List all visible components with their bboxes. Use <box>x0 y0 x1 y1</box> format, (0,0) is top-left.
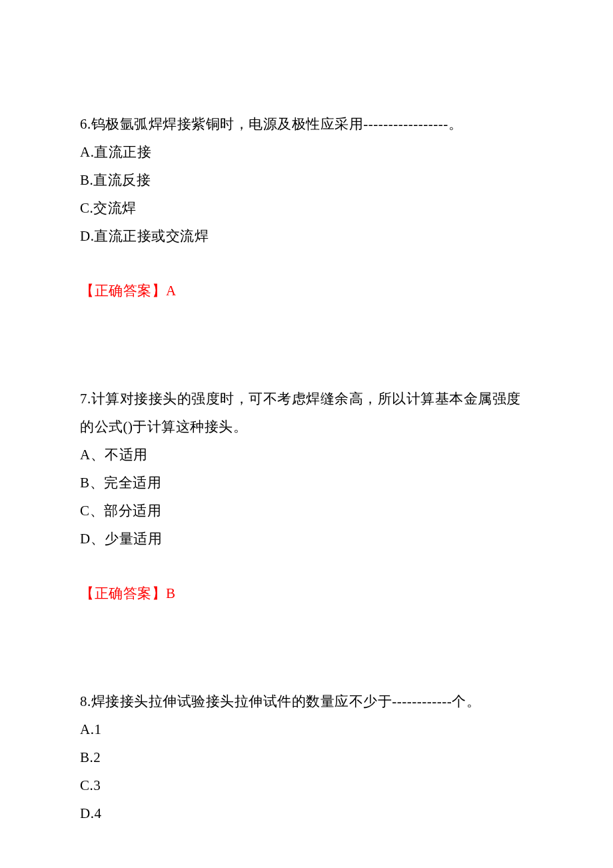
question-stem: 8.焊接接头拉伸试验接头拉伸试件的数量应不少于------------个。 <box>80 687 533 715</box>
question-option: A.1 <box>80 715 533 743</box>
question-option: C.交流焊 <box>80 194 533 222</box>
question-stem: 7.计算对接接头的强度时，可不考虑焊缝余高，所以计算基本金属强度的公式()于计算… <box>80 385 533 441</box>
question-option: A、不适用 <box>80 441 533 469</box>
question-option: D、少量适用 <box>80 525 533 553</box>
question-option: B.2 <box>80 743 533 771</box>
question-block: 8.焊接接头拉伸试验接头拉伸试件的数量应不少于------------个。 A.… <box>80 687 533 827</box>
question-stem: 6.钨极氩弧焊焊接紫铜时，电源及极性应采用-----------------。 <box>80 110 533 138</box>
answer-label: 【正确答案】 <box>80 585 166 601</box>
question-block: 6.钨极氩弧焊焊接紫铜时，电源及极性应采用-----------------。 … <box>80 110 533 305</box>
answer-label: 【正确答案】 <box>80 283 166 299</box>
question-option: A.直流正接 <box>80 138 533 166</box>
question-option: D.4 <box>80 799 533 827</box>
answer-line: 【正确答案】A <box>80 277 533 305</box>
question-option: C.3 <box>80 771 533 799</box>
question-block: 7.计算对接接头的强度时，可不考虑焊缝余高，所以计算基本金属强度的公式()于计算… <box>80 385 533 607</box>
answer-line: 【正确答案】B <box>80 579 533 607</box>
question-option: C、部分适用 <box>80 497 533 525</box>
question-option: B、完全适用 <box>80 469 533 497</box>
question-option: D.直流正接或交流焊 <box>80 222 533 250</box>
document-page: 6.钨极氩弧焊焊接紫铜时，电源及极性应采用-----------------。 … <box>0 0 613 868</box>
answer-value: A <box>166 283 177 299</box>
question-option: B.直流反接 <box>80 166 533 194</box>
answer-value: B <box>166 585 176 601</box>
